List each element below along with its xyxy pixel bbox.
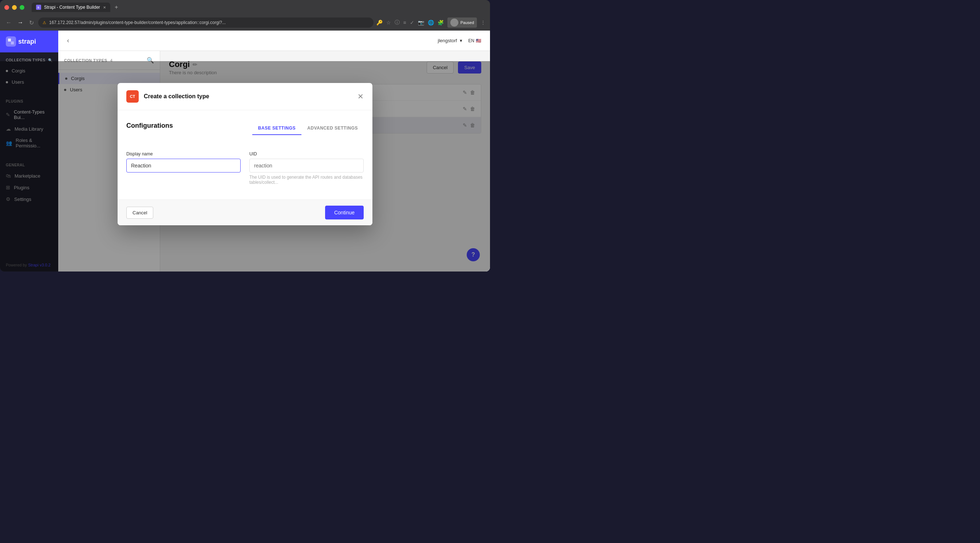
uid-input[interactable] (249, 159, 364, 173)
address-bar[interactable]: ⚠ 167.172.202.57/admin/plugins/content-t… (38, 17, 374, 28)
svg-rect-2 (8, 38, 11, 41)
minimize-traffic-light[interactable] (12, 5, 17, 10)
create-collection-modal: CT Create a collection type ✕ Configurat… (118, 83, 372, 225)
uid-label: UID (249, 151, 364, 157)
globe-icon[interactable]: 🌐 (428, 20, 434, 25)
display-name-input[interactable] (126, 159, 241, 173)
tab-title: Strapi - Content Type Builder (44, 5, 100, 10)
svg-rect-3 (11, 41, 14, 44)
display-name-label: Display name (126, 151, 241, 157)
tab-close-button[interactable]: ✕ (103, 5, 106, 10)
browser-tab[interactable]: S Strapi - Content Type Builder ✕ (32, 3, 110, 12)
language-text: EN (468, 38, 474, 43)
layers-icon[interactable]: ≡ (403, 20, 406, 25)
maximize-traffic-light[interactable] (20, 5, 24, 10)
tab-favicon: S (36, 5, 41, 10)
modal-header-left: CT Create a collection type (126, 90, 209, 103)
new-tab-button[interactable]: + (115, 4, 118, 11)
tab-base-settings[interactable]: BASE SETTINGS (252, 122, 301, 135)
modal-section-title: Configurations (126, 122, 173, 130)
address-url: 167.172.202.57/admin/plugins/content-typ… (49, 20, 226, 25)
user-avatar (450, 19, 458, 27)
modal-close-button[interactable]: ✕ (358, 92, 364, 101)
user-info: jlengstorf ▾ (438, 38, 463, 43)
display-name-group: Display name (126, 151, 241, 185)
traffic-lights (4, 5, 24, 10)
close-traffic-light[interactable] (4, 5, 9, 10)
strapi-logo[interactable]: strapi (6, 37, 36, 47)
reload-button[interactable]: ↻ (28, 18, 35, 28)
menu-icon[interactable]: ⋮ (480, 20, 486, 25)
top-bar: ‹ jlengstorf ▾ EN 🇺🇸 (58, 30, 490, 51)
ct-badge: CT (126, 90, 139, 103)
modal-form-row: Display name UID The UID is used to gene… (126, 151, 364, 185)
modal-title: Create a collection type (144, 93, 209, 100)
uid-group: UID The UID is used to generate the API … (249, 151, 364, 185)
uid-hint: The UID is used to generate the API rout… (249, 175, 364, 185)
paused-badge[interactable]: Paused (447, 17, 477, 28)
star-icon[interactable]: ☆ (386, 20, 391, 25)
back-navigation-button[interactable]: ‹ (67, 37, 69, 44)
info-icon[interactable]: ⓘ (395, 19, 400, 26)
puzzle-icon[interactable]: 🧩 (438, 20, 444, 25)
modal-overlay[interactable]: CT Create a collection type ✕ Configurat… (0, 61, 490, 272)
top-bar-right: jlengstorf ▾ EN 🇺🇸 (438, 38, 481, 43)
flag-icon: 🇺🇸 (476, 38, 481, 43)
modal-cancel-button[interactable]: Cancel (126, 207, 153, 219)
dropdown-icon[interactable]: ▾ (460, 38, 462, 43)
modal-header: CT Create a collection type ✕ (118, 83, 372, 110)
video-icon[interactable]: 📷 (418, 20, 424, 25)
forward-button[interactable]: → (16, 18, 25, 27)
username-text: jlengstorf (438, 38, 457, 43)
language-badge[interactable]: EN 🇺🇸 (468, 38, 481, 43)
strapi-logo-icon (6, 37, 16, 47)
browser-titlebar: S Strapi - Content Type Builder ✕ + (0, 0, 490, 14)
modal-tabs: BASE SETTINGS ADVANCED SETTINGS (252, 122, 364, 135)
security-warning-icon: ⚠ (43, 21, 46, 25)
modal-body: Configurations BASE SETTINGS ADVANCED SE… (118, 110, 372, 199)
back-button[interactable]: ← (4, 18, 13, 27)
toolbar-icons: 🔑 ☆ ⓘ ≡ ✓ 📷 🌐 🧩 Paused ⋮ (376, 17, 486, 28)
paused-label: Paused (460, 21, 474, 25)
key-icon: 🔑 (376, 20, 383, 25)
tab-advanced-settings[interactable]: ADVANCED SETTINGS (301, 122, 364, 135)
modal-continue-button[interactable]: Continue (325, 206, 364, 219)
sidebar-header: strapi (0, 30, 58, 52)
browser-toolbar: ← → ↻ ⚠ 167.172.202.57/admin/plugins/con… (0, 14, 490, 30)
modal-footer: Cancel Continue (118, 199, 372, 225)
check-icon[interactable]: ✓ (410, 20, 414, 25)
strapi-logo-text: strapi (18, 38, 36, 46)
svg-text:S: S (38, 6, 39, 9)
